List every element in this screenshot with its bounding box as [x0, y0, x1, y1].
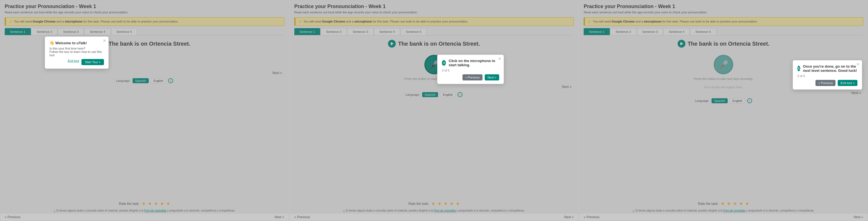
popover-close-btn-2[interactable]: ✕ — [498, 56, 501, 61]
panel2-tabs: Sentence 1 Sentence 2 Sentence 3 Sentenc… — [294, 28, 574, 35]
spanish-button[interactable]: Spanish — [132, 78, 149, 83]
star3-5[interactable]: ★ — [745, 201, 749, 206]
prev-bottom-btn[interactable]: « Previous — [5, 215, 21, 219]
play-icon-2 — [391, 42, 394, 45]
star3-2[interactable]: ★ — [727, 201, 731, 206]
panel2-footer: ¿ Si tienes alguna duda o consulta sobre… — [290, 208, 579, 213]
star2-5[interactable]: ★ — [456, 201, 460, 206]
next-bottom-btn-3[interactable]: Next » — [854, 215, 863, 219]
tab2-sentence-3[interactable]: Sentence 3 — [347, 28, 374, 35]
panel2-header: Practice your Pronounciation - Week 1 Re… — [290, 0, 579, 17]
info-icon-2[interactable]: i — [458, 92, 463, 97]
next-bottom-btn-2[interactable]: Next » — [564, 215, 574, 219]
tab3-sentence-2[interactable]: Sentence 2 — [610, 28, 637, 35]
tab-sentence-2[interactable]: Sentence 2 — [31, 28, 58, 35]
tab3-sentence-1[interactable]: Sentence 1 — [584, 28, 610, 35]
play-button-2[interactable] — [388, 40, 396, 48]
star3-1[interactable]: ★ — [721, 201, 724, 206]
panel3-subtitle: Read each sentence out loud while the ap… — [584, 10, 863, 14]
step3-title: 3 Click on the microphone to start talki… — [442, 59, 499, 67]
english-button-3[interactable]: English — [730, 98, 745, 103]
step5-prev-btn[interactable]: « Previous — [815, 80, 835, 86]
tab2-sentence-2[interactable]: Sentence 2 — [321, 28, 347, 35]
prev-bottom-btn-2[interactable]: « Previous — [294, 215, 310, 219]
prev-bottom-btn-3[interactable]: « Previous — [584, 215, 599, 219]
next-button-2[interactable]: Next » — [560, 84, 574, 90]
sentence-text-3: The bank is on Ortencia Street. — [688, 40, 770, 47]
panel1-sentence-display: The bank is on Ortencia Street. — [99, 40, 191, 48]
next-bottom-btn[interactable]: Next » — [275, 215, 284, 219]
panel3-rate-row: Rate the task: ★ ★ ★ ★ ★ — [579, 199, 868, 208]
step3-counter: 3 of 5 — [442, 69, 499, 72]
panel1-header: Practice your Pronounciation - Week 1 Re… — [0, 0, 289, 17]
star2-1[interactable]: ★ — [431, 201, 435, 206]
tab-sentence-1[interactable]: Sentence 1 — [5, 28, 31, 35]
step5-btn-row: « Previous End tour » — [797, 80, 858, 86]
press-button-label-3: Press the button to start and stop recor… — [694, 77, 753, 80]
tab2-sentence-1[interactable]: Sentence 1 — [294, 28, 320, 35]
spanish-button-3[interactable]: Spanish — [712, 98, 727, 103]
play-icon-3 — [680, 42, 683, 45]
mic-button-3[interactable]: 🎤 — [714, 55, 733, 74]
star-3[interactable]: ★ — [154, 201, 158, 206]
play-button-3[interactable] — [678, 40, 685, 48]
panel1-main: The bank is on Ortencia Street. Next » L… — [0, 35, 289, 199]
popover-title-text: Welcome to uTalk! — [55, 41, 87, 45]
rate-label-2: Rate the task: — [408, 202, 429, 206]
info-icon[interactable]: i — [168, 78, 173, 83]
step5-counter: 5 of 5 — [797, 74, 858, 78]
popover-body1: Is this your first time here? — [50, 47, 104, 50]
alert-icon-2: ⚠ — [299, 20, 302, 23]
panel-2: Practice your Pronounciation - Week 1 Re… — [289, 0, 579, 221]
star3-3[interactable]: ★ — [733, 201, 737, 206]
tab2-sentence-4[interactable]: Sentence 4 — [374, 28, 400, 35]
tab-sentence-3[interactable]: Sentence 3 — [58, 28, 84, 35]
step3-prev-btn[interactable]: « Previous — [463, 74, 483, 80]
star-1[interactable]: ★ — [142, 201, 146, 206]
star2-4[interactable]: ★ — [450, 201, 454, 206]
popover-close-btn[interactable]: ✕ — [103, 38, 106, 43]
panel1-tabs: Sentence 1 Sentence 2 Sentence 3 Sentenc… — [5, 28, 284, 35]
panel2-language-row: Language: Spanish English i — [401, 91, 467, 98]
step5-badge: 5 — [797, 66, 800, 71]
panel1-nav-right: Next » — [5, 69, 284, 77]
foro-link-2[interactable]: Foro de consultas — [434, 209, 456, 212]
tab-sentence-4[interactable]: Sentence 4 — [85, 28, 111, 35]
star3-4[interactable]: ★ — [739, 201, 743, 206]
tab3-sentence-3[interactable]: Sentence 3 — [637, 28, 663, 35]
next-button-3[interactable]: Next » — [849, 90, 863, 96]
foro-link[interactable]: Foro de consultas — [144, 209, 166, 212]
english-button-2[interactable]: English — [440, 92, 455, 97]
start-tour-btn[interactable]: Start Tour » — [82, 59, 104, 65]
end-tour-link[interactable]: End tour — [68, 59, 80, 65]
alert-icon: ⚠ — [9, 20, 12, 23]
panel3-header: Practice your Pronounciation - Week 1 Re… — [579, 0, 868, 17]
popover-close-btn-3[interactable]: ✕ — [856, 62, 860, 66]
panel1-rate-row: Rate the task: ★ ★ ★ ★ ★ — [0, 199, 289, 208]
popover-body: Is this your first time here? Follow the… — [50, 47, 104, 57]
tab2-sentence-5[interactable]: Sentence 5 — [401, 28, 427, 35]
star-5[interactable]: ★ — [166, 201, 170, 206]
step3-title-text: Click on the microphone to start talking… — [448, 59, 499, 67]
foro-link-3[interactable]: Foro de consultas — [723, 209, 745, 212]
info-icon-3[interactable]: i — [747, 98, 752, 103]
star-4[interactable]: ★ — [160, 201, 164, 206]
panel3-tabs: Sentence 1 Sentence 2 Sentence 3 Sentenc… — [584, 28, 863, 35]
tab-sentence-5[interactable]: Sentence 5 — [111, 28, 137, 35]
english-button[interactable]: English — [151, 78, 166, 83]
step3-next-btn[interactable]: Next » — [485, 74, 499, 80]
star2-3[interactable]: ★ — [443, 201, 447, 206]
star2-2[interactable]: ★ — [437, 201, 441, 206]
rate-label-3: Rate the task: — [698, 202, 718, 206]
step5-next-btn[interactable]: End tour » — [838, 80, 858, 86]
next-button[interactable]: Next » — [270, 70, 284, 76]
panel2-subtitle: Read each sentence out loud while the ap… — [294, 10, 574, 14]
sentence-text: The bank is on Ortencia Street. — [109, 40, 191, 47]
tab3-sentence-4[interactable]: Sentence 4 — [663, 28, 689, 35]
star-2[interactable]: ★ — [148, 201, 152, 206]
panel2-title: Practice your Pronounciation - Week 1 — [294, 4, 574, 9]
tab3-sentence-5[interactable]: Sentence 5 — [690, 28, 716, 35]
spanish-button-2[interactable]: Spanish — [422, 92, 438, 97]
panel2-alert: ⚠ You will need Google Chrome and a micr… — [294, 17, 574, 26]
step3-badge: 3 — [442, 60, 446, 66]
